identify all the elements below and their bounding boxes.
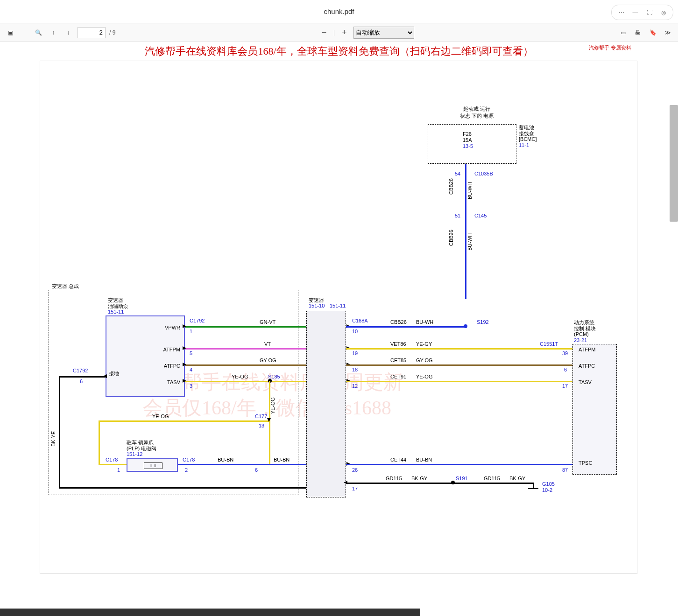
circuit-bubn-b: BU-BN xyxy=(416,457,432,462)
wire-bubn-a xyxy=(178,464,306,465)
wire-bkye-h xyxy=(59,376,106,378)
pcm-tpsc: TPSC xyxy=(579,460,592,466)
plp-box: ⧛⧛ xyxy=(127,458,178,472)
pin-6c: 6 xyxy=(80,378,83,384)
atfpm-label: ATFPM xyxy=(157,347,180,352)
next-page-icon[interactable]: ↓ xyxy=(63,27,74,38)
sidebar-toggle-icon[interactable]: ▣ xyxy=(5,27,16,38)
conn-c178-b: C178 xyxy=(183,457,195,462)
circuit-yeog-b: YE-OG xyxy=(416,374,432,379)
trans-ref2: 151-11 xyxy=(330,303,346,308)
minimize-icon[interactable]: — xyxy=(629,7,641,18)
arrow-icon xyxy=(344,481,347,484)
arrow-icon xyxy=(183,346,186,350)
circuit-yeog-v: YE-OG xyxy=(270,398,275,414)
circuit-gd115-a: GD115 xyxy=(386,476,402,481)
pcm-atfpm: ATFPM xyxy=(579,347,595,352)
trans-box xyxy=(306,311,346,497)
pin-3: 3 xyxy=(190,383,192,389)
prev-page-icon[interactable]: ↑ xyxy=(48,27,59,38)
atfpc-label: ATFPC xyxy=(157,363,180,369)
circuit-vet86: VET86 xyxy=(390,341,406,347)
tasv-label: TASV xyxy=(157,379,180,385)
circuit-cbb26: CBB26 xyxy=(448,178,454,195)
vpwr-label: VPWR xyxy=(157,325,180,330)
page-number-input[interactable] xyxy=(78,27,106,38)
pin-17: 17 xyxy=(352,486,358,491)
maximize-icon[interactable]: ⛶ xyxy=(643,7,655,18)
pin-12: 12 xyxy=(352,383,358,389)
pin-13: 13 xyxy=(259,423,264,428)
arrow-icon xyxy=(183,363,186,366)
vertical-scrollbar[interactable] xyxy=(670,105,678,222)
presentation-icon[interactable]: ▭ xyxy=(617,27,629,38)
circuit-buwh-b: BU-WH xyxy=(467,233,473,251)
trans-ref1: 151-10 xyxy=(309,303,325,308)
circuit-buwh-h: BU-WH xyxy=(416,319,433,325)
wire-gyog-b xyxy=(346,364,572,366)
circuit-bkgy-a: BK-GY xyxy=(411,476,427,481)
pin-19: 19 xyxy=(352,350,358,356)
circuit-bkye: BK-YE xyxy=(50,431,56,447)
arrow-icon xyxy=(183,324,186,328)
circuit-gyog: GY-OG xyxy=(260,357,276,363)
small-caption: 汽修帮手 专属资料 xyxy=(589,44,631,51)
fuse-ref: 13-5 xyxy=(463,143,473,149)
wire-yeog-a xyxy=(185,381,306,382)
circuit-cbb26-h: CBB26 xyxy=(390,319,407,325)
zoom-in-button[interactable]: + xyxy=(339,28,350,37)
wire-bkye-v xyxy=(59,376,60,488)
circuit-gyog-b: GY-OG xyxy=(416,357,433,363)
pin-26: 26 xyxy=(352,467,358,473)
wire-bkye-h2 xyxy=(59,487,306,489)
wire-gyog-a xyxy=(185,364,306,366)
wire-vt-a xyxy=(185,348,306,350)
fuse-amp: 15A xyxy=(463,137,472,143)
power-header: 起动或 运行 状态 下的 电源 xyxy=(451,105,502,119)
target-icon[interactable]: ◎ xyxy=(657,7,669,18)
wire-yegy xyxy=(346,348,572,350)
window-controls: ⋯ — ⛶ ◎ xyxy=(611,5,673,20)
circuit-cbb26-b: CBB26 xyxy=(448,230,454,246)
plp-ref: 151-12 xyxy=(127,451,142,457)
g105-ref: 10-2 xyxy=(542,487,552,493)
bookmark-icon[interactable]: 🔖 xyxy=(647,27,658,38)
circuit-buwh: BU-WH xyxy=(467,182,473,199)
conn-c1792-b: C1792 xyxy=(73,368,88,373)
splice-dot xyxy=(464,324,467,328)
conn-s191: S191 xyxy=(456,476,468,481)
conn-s192: S192 xyxy=(477,319,489,325)
wire-yeog-v2 xyxy=(99,420,100,465)
pin-51: 51 xyxy=(455,213,460,218)
search-icon[interactable]: 🔍 xyxy=(33,27,44,38)
window-title: chunk.pdf xyxy=(324,7,354,15)
wire-buwh-vert xyxy=(465,164,466,299)
pin-10: 10 xyxy=(352,329,358,334)
bcmc-l3: [BCMC] xyxy=(519,136,537,142)
print-icon[interactable]: 🖶 xyxy=(632,27,643,38)
horizontal-scrollbar[interactable] xyxy=(0,609,420,616)
conn-c1035b: C1035B xyxy=(474,171,493,176)
arrow-icon xyxy=(267,418,271,422)
more-icon[interactable]: ⋯ xyxy=(615,7,627,18)
pin-54: 54 xyxy=(455,171,460,176)
bcmc-ref: 11-1 xyxy=(519,142,529,148)
pdf-toolbar: ▣ 🔍 ↑ ↓ / 9 − | + 自动缩放 ▭ 🖶 🔖 ≫ xyxy=(0,23,678,42)
splice-dot xyxy=(451,481,455,484)
circuit-vt: VT xyxy=(264,341,271,347)
conn-c145: C145 xyxy=(474,213,487,218)
conn-c177: C177 xyxy=(255,413,267,419)
pin-5: 5 xyxy=(190,350,192,356)
tools-icon[interactable]: ≫ xyxy=(662,27,673,38)
zoom-out-button[interactable]: − xyxy=(318,28,330,37)
pin-4: 4 xyxy=(190,367,192,372)
page-total-label: / 9 xyxy=(109,29,115,36)
zoom-select[interactable]: 自动缩放 xyxy=(353,27,414,39)
wire-yeog-v xyxy=(269,381,270,465)
pin-18: 18 xyxy=(352,367,358,372)
fuse-id: F26 xyxy=(463,131,472,137)
circuit-cet91: CET91 xyxy=(390,374,406,379)
conn-c1792: C1792 xyxy=(190,318,205,323)
conn-g105: G105 xyxy=(542,481,555,487)
ground-label: 接地 xyxy=(109,370,119,377)
